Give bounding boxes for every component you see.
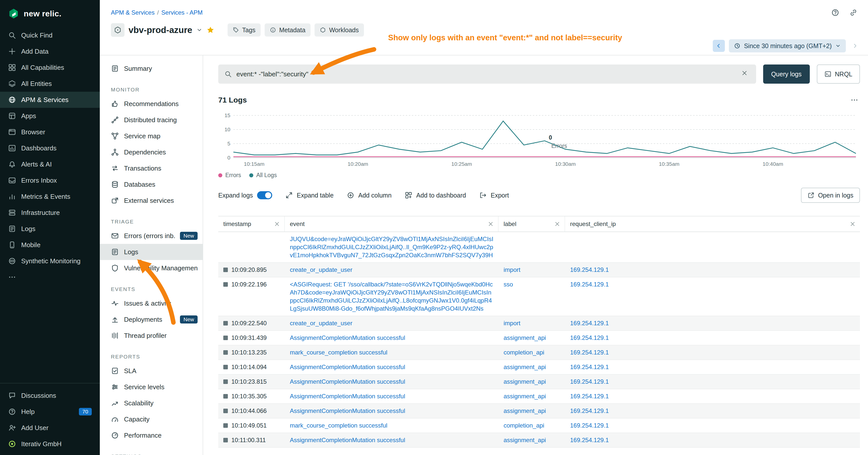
sidebar-item-service-levels[interactable]: Service levels (100, 379, 203, 395)
open-in-logs-button[interactable]: Open in logs (801, 188, 860, 203)
sidebar-item-performance[interactable]: Performance (100, 427, 203, 444)
event-link[interactable]: AssignmentCompletionMutation successful (290, 363, 405, 370)
log-row-marker-icon[interactable] (223, 350, 228, 355)
expand-logs-toggle[interactable] (257, 191, 272, 199)
request-client-ip-link[interactable]: 169.254.129.1 (570, 334, 609, 341)
sidebar-item-logs[interactable]: Logs (100, 244, 203, 260)
sidebar-item-service-map[interactable]: Service map (100, 128, 203, 144)
sidebar-item-errors-errors-inb[interactable]: Errors (errors inb...New (100, 228, 203, 244)
remove-column-event-button[interactable] (488, 221, 494, 227)
log-query-input[interactable]: event:* -"label":"security" (218, 65, 756, 84)
sidebar-item-browser[interactable]: Browser (0, 124, 100, 140)
breadcrumb-link-apm-services[interactable]: APM & Services (111, 9, 155, 16)
request-client-ip-link[interactable]: 169.254.129.1 (570, 378, 609, 385)
sidebar-item-iterativ-gmbh[interactable]: Iterativ GmbH (0, 436, 100, 452)
sidebar-item-more[interactable] (0, 269, 100, 285)
sidebar-item-capacity[interactable]: Capacity (100, 411, 203, 427)
sidebar-item-issues-activity[interactable]: Issues & activity (100, 295, 203, 312)
workloads-button[interactable]: Workloads (314, 24, 364, 36)
request-client-ip-link[interactable]: 169.254.129.1 (570, 349, 609, 356)
event-link[interactable]: create_or_update_user (290, 266, 352, 273)
log-row-marker-icon[interactable] (223, 380, 228, 384)
sidebar-item-apm-services[interactable]: APM & Services (0, 92, 100, 108)
sidebar-item-quick-find[interactable]: Quick Find (0, 27, 100, 43)
log-row-marker-icon[interactable] (223, 409, 228, 413)
sidebar-item-add-data[interactable]: Add Data (0, 43, 100, 60)
table-row[interactable]: 10:10:13.235mark_course_completion succe… (218, 346, 860, 360)
query-text[interactable]: event:* -"label":"security" (237, 70, 737, 78)
sidebar-item-databases[interactable]: Databases (100, 176, 203, 193)
event-link[interactable]: mark_course_completion successful (290, 349, 388, 356)
breadcrumb-link-services-apm[interactable]: Services - APM (161, 9, 203, 16)
label-link[interactable]: sso (503, 281, 513, 288)
table-row[interactable]: 10:10:49.051mark_course_completion succe… (218, 419, 860, 433)
sidebar-item-external-services[interactable]: External services (100, 193, 203, 208)
favorite-star-icon[interactable] (207, 26, 215, 34)
request-client-ip-link[interactable]: 169.254.129.1 (570, 363, 609, 370)
table-row[interactable]: 10:09:22.196<ASGIRequest: GET '/sso/call… (218, 278, 860, 316)
legend-item-all-logs[interactable]: All Logs (249, 172, 277, 178)
request-client-ip-link[interactable]: 169.254.129.1 (570, 320, 609, 326)
sidebar-item-errors-inbox[interactable]: Errors Inbox (0, 172, 100, 189)
label-link[interactable]: assignment_api (503, 378, 546, 385)
sidebar-item-thread-profiler[interactable]: Thread profiler (100, 327, 203, 344)
metadata-button[interactable]: Metadata (265, 24, 310, 36)
event-link[interactable]: mark_course_completion successful (290, 422, 388, 429)
event-link[interactable]: JUQVU&code=eyJraWQiOiJjcGltY29yZV8wOTl1M… (290, 235, 494, 259)
label-link[interactable]: import (503, 320, 521, 326)
log-row-marker-icon[interactable] (223, 335, 228, 340)
sidebar-item-all-capabilities[interactable]: All Capabilities (0, 60, 100, 75)
table-row[interactable]: 10:10:44.066AssignmentCompletionMutation… (218, 404, 860, 419)
log-row-marker-icon[interactable] (223, 423, 228, 428)
remove-column-timestamp-button[interactable] (274, 221, 280, 227)
log-row-marker-icon[interactable] (223, 321, 228, 325)
table-row[interactable]: 10:10:14.094AssignmentCompletionMutation… (218, 360, 860, 375)
sidebar-item-transactions[interactable]: Transactions (100, 160, 203, 176)
nrql-button[interactable]: NRQL (817, 65, 860, 84)
sidebar-item-metrics-events[interactable]: Metrics & Events (0, 189, 100, 204)
table-row[interactable]: 10:09:20.895create_or_update_userimport1… (218, 263, 860, 278)
log-row-marker-icon[interactable] (223, 282, 228, 287)
clear-query-button[interactable] (741, 69, 750, 78)
label-link[interactable]: completion_api (503, 349, 544, 356)
sidebar-item-distributed-tracing[interactable]: Distributed tracing (100, 112, 203, 128)
sidebar-item-dashboards[interactable]: Dashboards (0, 140, 100, 156)
log-row-marker-icon[interactable] (223, 394, 228, 398)
sidebar-item-discussions[interactable]: Discussions (0, 388, 100, 403)
event-link[interactable]: AssignmentCompletionMutation successful (290, 334, 405, 341)
query-logs-button[interactable]: Query logs (763, 65, 810, 84)
entity-switcher-chevron-icon[interactable] (196, 27, 203, 33)
label-link[interactable]: assignment_api (503, 436, 546, 444)
sidebar-item-infrastructure[interactable]: Infrastructure (0, 204, 100, 221)
entity-name[interactable]: vbv-prod-azure (128, 25, 192, 35)
table-row[interactable]: 10:09:31.439AssignmentCompletionMutation… (218, 331, 860, 346)
log-row-marker-icon[interactable] (223, 365, 228, 369)
sidebar-item-vulnerability-management[interactable]: Vulnerability Management (100, 260, 203, 276)
sidebar-item-help[interactable]: Help70 (0, 403, 100, 420)
sidebar-item-alerts-ai[interactable]: Alerts & AI (0, 156, 100, 172)
event-link[interactable]: AssignmentCompletionMutation successful (290, 408, 405, 414)
sidebar-item-synthetic-monitoring[interactable]: Synthetic Monitoring (0, 253, 100, 269)
sidebar-item-logs[interactable]: Logs (0, 221, 100, 237)
table-row[interactable]: 10:10:35.305AssignmentCompletionMutation… (218, 389, 860, 404)
sidebar-item-apps[interactable]: Apps (0, 108, 100, 124)
sidebar-item-sla[interactable]: SLA (100, 363, 203, 379)
export-button[interactable]: Export (479, 192, 509, 199)
table-row[interactable]: 10:11:00.311AssignmentCompletionMutation… (218, 433, 860, 448)
log-row-marker-icon[interactable] (223, 438, 228, 443)
add-column-button[interactable]: Add column (347, 192, 392, 199)
event-link[interactable]: AssignmentCompletionMutation successful (290, 393, 405, 399)
tags-button[interactable]: Tags (227, 24, 260, 36)
remove-column-label-button[interactable] (554, 221, 560, 227)
sidebar-item-add-user[interactable]: Add User (0, 420, 100, 436)
label-link[interactable]: assignment_api (503, 393, 546, 399)
sidebar-item-mobile[interactable]: Mobile (0, 237, 100, 253)
logs-more-options-button[interactable] (849, 96, 860, 104)
sidebar-item-recommendations[interactable]: Recommendations (100, 96, 203, 112)
label-link[interactable]: assignment_api (503, 363, 546, 370)
request-client-ip-link[interactable]: 169.254.129.1 (570, 422, 609, 429)
log-row-marker-icon[interactable] (223, 267, 228, 272)
copy-permalink-button[interactable] (847, 6, 860, 19)
expand-table-button[interactable]: Expand table (285, 192, 334, 199)
sidebar-item-scalability[interactable]: Scalability (100, 395, 203, 411)
